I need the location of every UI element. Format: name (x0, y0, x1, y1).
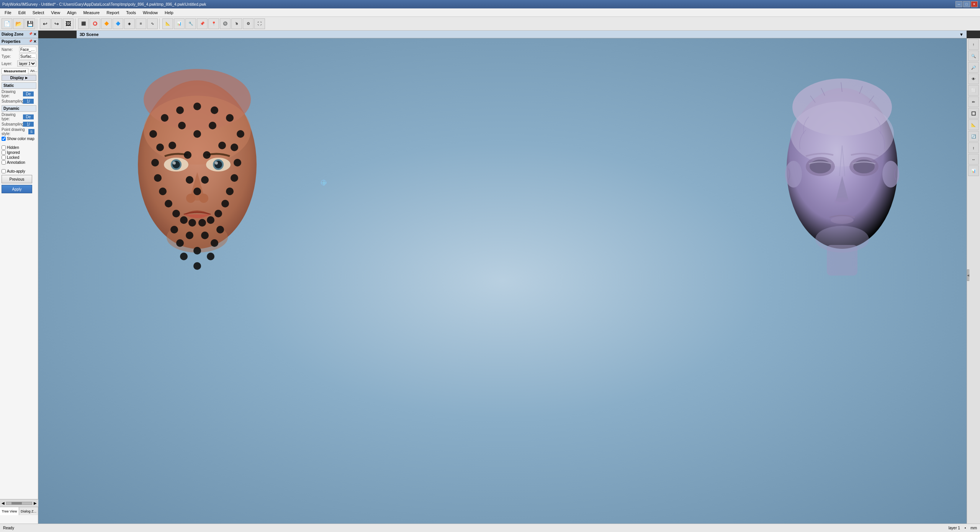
svg-point-11 (186, 194, 195, 203)
rt-rotate[interactable]: 🔄 (968, 131, 979, 142)
dynamic-drawing-type-label: Drawing type: (2, 113, 23, 121)
tb-pin2[interactable]: 📍 (208, 18, 219, 29)
props-pin[interactable]: 📌 (29, 39, 33, 44)
maximize-button[interactable]: □ (963, 1, 970, 7)
rt-select-box[interactable]: ⬜ (968, 85, 979, 96)
apply-button[interactable]: Apply (2, 185, 32, 193)
panel-expand-handle[interactable]: ◀ (967, 269, 969, 281)
tb-render[interactable]: 🖼 (63, 18, 74, 29)
prop-type-value: Surface Data Ob (19, 54, 36, 59)
tb-curve[interactable]: ∿ (147, 18, 158, 29)
minimize-button[interactable]: ─ (955, 1, 962, 7)
tb-settings[interactable]: ⚙ (243, 18, 254, 29)
tab-measurement[interactable]: Measurement (2, 68, 28, 74)
locked-row: Locked (2, 155, 36, 160)
spacer2 (2, 165, 36, 168)
rt-measure2[interactable]: 📐 (968, 119, 979, 130)
svg-point-32 (226, 188, 234, 195)
tb-select-poly[interactable]: 🔶 (101, 18, 112, 29)
locked-checkbox[interactable] (2, 155, 6, 160)
rt-flip[interactable]: ↔ (968, 154, 979, 165)
crosshair-indicator (321, 180, 326, 185)
scene-expand[interactable]: ▼ (959, 32, 964, 37)
center-area: 3D Scene ▼ (38, 31, 980, 524)
tab-annotation[interactable]: An... (28, 68, 38, 74)
tb-select-circ[interactable]: ⭕ (90, 18, 100, 29)
static-subsampling-value: 1/ (23, 99, 34, 104)
menu-window[interactable]: Window (140, 10, 161, 16)
auto-apply-label: Auto-apply (7, 169, 25, 173)
tb-save[interactable]: 💾 (25, 18, 35, 29)
scroll-track[interactable] (6, 502, 32, 505)
tb-new[interactable]: 📄 (2, 18, 12, 29)
svg-point-40 (184, 151, 191, 159)
hidden-checkbox[interactable] (2, 145, 6, 150)
tb-measure[interactable]: 📐 (162, 18, 173, 29)
menu-tools[interactable]: Tools (123, 10, 139, 16)
tb-redo[interactable]: ↪ (51, 18, 62, 29)
tb-undo[interactable]: ↩ (40, 18, 51, 29)
menu-view[interactable]: View (48, 10, 63, 16)
rt-frame[interactable]: 🔲 (968, 108, 979, 119)
static-drawing-type-label: Drawing type: (2, 90, 23, 98)
svg-point-51 (211, 239, 218, 247)
prop-layer-select[interactable]: layer 1 (17, 60, 36, 67)
dynamic-drawing-type-value: De (23, 114, 34, 119)
tree-view-tab[interactable]: Tree View (0, 507, 19, 515)
tabs-row: Measurement An... (2, 68, 36, 74)
tb-pin1[interactable]: 📌 (197, 18, 208, 29)
status-layer-label: layer 1 (949, 526, 960, 530)
menu-edit[interactable]: Edit (15, 10, 29, 16)
rt-zoom-fit[interactable]: ↑ (968, 39, 979, 50)
menu-align[interactable]: Align (64, 10, 79, 16)
rt-view-toggle[interactable]: 👁 (968, 73, 979, 84)
svg-point-31 (221, 200, 229, 207)
menu-help[interactable]: Help (162, 10, 177, 16)
ignored-label: Ignored (7, 150, 20, 155)
menu-measure[interactable]: Measure (80, 10, 103, 16)
scroll-left-arrow[interactable]: ◀ (0, 501, 6, 505)
dialog-zone-pin[interactable]: 📌 (29, 32, 33, 36)
status-dot: • (965, 526, 966, 530)
svg-point-26 (180, 216, 188, 224)
dialog-z-tab[interactable]: Dialog Z... (19, 507, 38, 515)
tb-select-pts[interactable]: ⬛ (78, 18, 89, 29)
tb-cursor[interactable]: 🖱 (231, 18, 242, 29)
tb-dot[interactable]: 🔘 (220, 18, 231, 29)
tb-tools1[interactable]: 🔧 (185, 18, 196, 29)
tb-extra[interactable]: ⛶ (254, 18, 265, 29)
tb-stats[interactable]: 📊 (174, 18, 185, 29)
dynamic-subsampling-value: 1/ (23, 122, 34, 127)
rt-chart[interactable]: 📊 (968, 165, 979, 176)
auto-apply-checkbox[interactable] (2, 169, 6, 173)
scroll-right-arrow[interactable]: ▶ (32, 501, 38, 505)
rt-pen[interactable]: ✏ (968, 96, 979, 107)
face-right-svg (775, 61, 909, 291)
left-scroll: ◀ ▶ (0, 499, 38, 507)
tb-select-magic[interactable]: ◈ (124, 18, 135, 29)
tb-open[interactable]: 📂 (13, 18, 24, 29)
prop-type-row: Type: Surface Data Ob (2, 54, 36, 59)
svg-point-34 (234, 159, 241, 166)
tb-select-lasso[interactable]: 🔷 (113, 18, 123, 29)
rt-zoom-out[interactable]: 🔎 (968, 62, 979, 73)
3d-scene-canvas[interactable] (38, 38, 967, 524)
tb-scan[interactable]: ≡ (136, 18, 146, 29)
left-panel: Dialog Zone 📌 ✕ Properties 📌 ✕ Name: Fa (0, 31, 38, 524)
close-button[interactable]: ✕ (971, 1, 978, 7)
annotation-checkbox[interactable] (2, 160, 6, 165)
menu-select[interactable]: Select (29, 10, 47, 16)
props-close[interactable]: ✕ (33, 39, 36, 44)
dialog-zone-close[interactable]: ✕ (33, 32, 36, 36)
display-header: Display ▶ (2, 75, 36, 81)
menu-report[interactable]: Report (103, 10, 122, 16)
previous-button[interactable]: Previous (2, 175, 32, 183)
ignored-checkbox[interactable] (2, 150, 6, 155)
svg-point-18 (226, 114, 234, 122)
svg-point-19 (149, 130, 157, 138)
show-color-map-checkbox[interactable] (2, 137, 6, 141)
rt-zoom-in[interactable]: 🔍 (968, 51, 979, 61)
menu-file[interactable]: File (2, 10, 15, 16)
tb-sep-3 (159, 18, 161, 29)
rt-rotate2[interactable]: ↕ (968, 142, 979, 153)
